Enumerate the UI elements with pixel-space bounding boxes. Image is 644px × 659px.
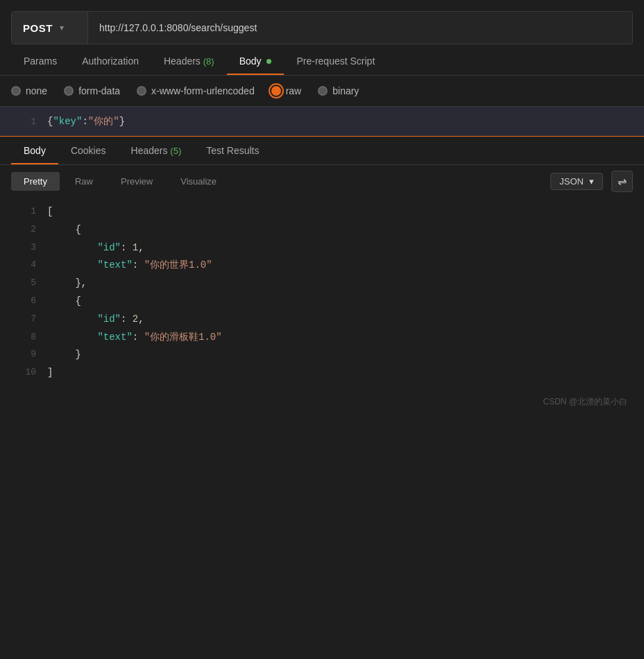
format-btn-preview[interactable]: Preview bbox=[108, 172, 165, 191]
tab-authorization[interactable]: Authorization bbox=[69, 47, 151, 75]
response-section: Body Cookies Headers (5) Test Results Pr… bbox=[0, 137, 644, 388]
editor-line-content-1: {"key":"你的"} bbox=[47, 115, 125, 128]
body-type-bar: none form-data x-www-form-urlencoded raw… bbox=[0, 76, 644, 106]
radio-x-www-form-urlencoded[interactable]: x-www-form-urlencoded bbox=[137, 85, 255, 96]
method-selector[interactable]: POST ▾ bbox=[12, 12, 88, 44]
json-line-9: 9 } bbox=[0, 346, 644, 364]
url-bar: POST ▾ bbox=[11, 11, 633, 44]
footer-watermark: CSDN @北漂的菜小白 bbox=[0, 388, 644, 416]
json-type-selector[interactable]: JSON ▾ bbox=[550, 173, 603, 190]
wrap-button[interactable]: ⇌ bbox=[611, 171, 633, 192]
format-btn-raw[interactable]: Raw bbox=[62, 172, 105, 191]
json-selector-label: JSON bbox=[559, 176, 584, 187]
json-line-4: 4 "text": "你的世界1.0" bbox=[0, 257, 644, 275]
radio-circle-raw bbox=[271, 86, 281, 96]
json-line-3: 3 "id": 1, bbox=[0, 239, 644, 257]
radio-raw[interactable]: raw bbox=[271, 85, 302, 96]
resp-tab-headers[interactable]: Headers (5) bbox=[119, 137, 194, 164]
tab-pre-request-script[interactable]: Pre-request Script bbox=[284, 47, 387, 75]
json-line-10: 10 ] bbox=[0, 364, 644, 382]
format-btn-visualize[interactable]: Visualize bbox=[168, 172, 229, 191]
json-line-2: 2 { bbox=[0, 221, 644, 239]
radio-form-data[interactable]: form-data bbox=[64, 85, 120, 96]
editor-line-1: 1 {"key":"你的"} bbox=[0, 112, 644, 130]
radio-circle-none bbox=[11, 86, 21, 96]
editor-line-number-1: 1 bbox=[11, 117, 36, 127]
radio-none[interactable]: none bbox=[11, 85, 47, 96]
json-line-8: 8 "text": "你的滑板鞋1.0" bbox=[0, 329, 644, 347]
tab-body[interactable]: Body bbox=[227, 47, 285, 75]
json-line-5: 5 }, bbox=[0, 275, 644, 293]
json-line-1: 1 [ bbox=[0, 203, 644, 221]
chevron-down-icon: ▾ bbox=[589, 176, 594, 187]
body-active-dot bbox=[266, 59, 271, 64]
radio-circle-binary bbox=[318, 86, 328, 96]
method-label: POST bbox=[23, 22, 53, 34]
radio-circle-form-data bbox=[64, 86, 74, 96]
json-viewer: 1 [ 2 { 3 "id": 1, 4 "text": "你的世界1.0" bbox=[0, 198, 644, 388]
json-line-7: 7 "id": 2, bbox=[0, 311, 644, 329]
resp-tab-test-results[interactable]: Test Results bbox=[194, 137, 271, 164]
tab-params[interactable]: Params bbox=[11, 47, 69, 75]
resp-tab-cookies[interactable]: Cookies bbox=[58, 137, 119, 164]
tab-headers[interactable]: Headers (8) bbox=[151, 47, 227, 75]
response-format-bar: Pretty Raw Preview Visualize JSON ▾ ⇌ bbox=[0, 165, 644, 198]
resp-tab-body[interactable]: Body bbox=[11, 137, 58, 164]
json-line-6: 6 { bbox=[0, 293, 644, 311]
radio-binary[interactable]: binary bbox=[318, 85, 359, 96]
chevron-down-icon: ▾ bbox=[60, 23, 64, 33]
response-tab-bar: Body Cookies Headers (5) Test Results bbox=[0, 137, 644, 165]
format-btn-pretty[interactable]: Pretty bbox=[11, 172, 60, 191]
request-tab-bar: Params Authorization Headers (8) Body Pr… bbox=[0, 47, 644, 76]
url-input[interactable] bbox=[88, 22, 632, 33]
request-editor[interactable]: 1 {"key":"你的"} bbox=[0, 106, 644, 137]
radio-circle-x-www bbox=[137, 86, 146, 96]
